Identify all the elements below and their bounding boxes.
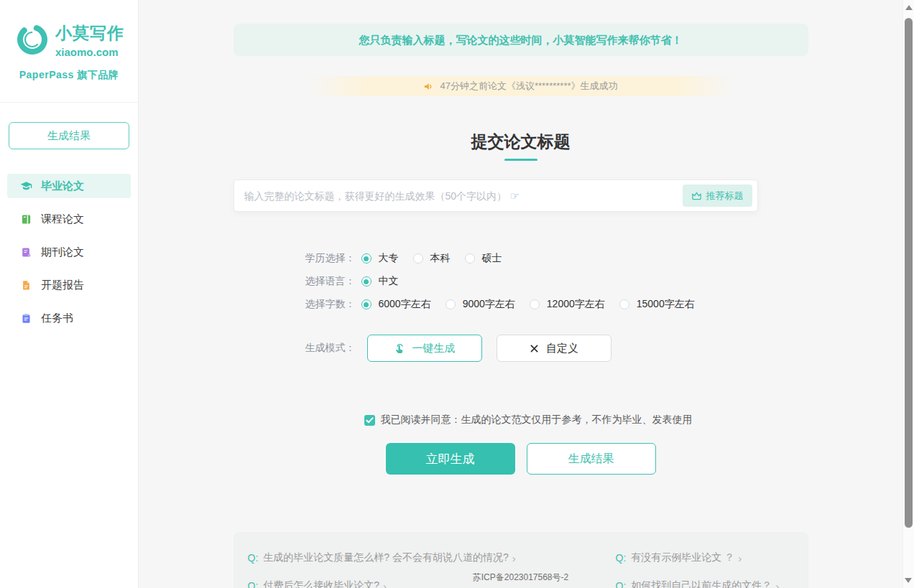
- brand-logo-icon: [14, 19, 51, 62]
- task-clipboard-icon: [20, 312, 32, 325]
- radio-icon[interactable]: [361, 253, 371, 263]
- chevron-right-icon: ›: [738, 552, 742, 564]
- title-input-wrap: ☞ 推荐标题: [234, 179, 758, 212]
- brand-domain: xiaomo.com: [55, 46, 124, 58]
- agreement-text: 我已阅读并同意：生成的论文范文仅用于参考，不作为毕业、发表使用: [381, 414, 693, 426]
- notice-text: 47分钟之前论文《浅议**********》生成成功: [440, 80, 617, 93]
- promo-banner: 您只负责输入标题，写论文的这些时间，小莫智能写作来帮你节省！: [234, 24, 808, 56]
- logo-block: 小莫写作 xiaomo.com PaperPass 旗下品牌: [0, 0, 138, 103]
- pointing-hand-icon: ☞: [510, 190, 520, 202]
- agreement-checkbox[interactable]: [364, 415, 375, 426]
- word-count-label: 选择字数：: [305, 298, 361, 311]
- sidebar-item-graduation-paper[interactable]: 毕业论文: [7, 174, 131, 198]
- faq-item-quality[interactable]: Q: 生成的毕业论文质量怎么样? 会不会有胡说八道的情况? ›: [248, 551, 616, 564]
- chevron-right-icon: ›: [512, 552, 516, 564]
- title-input[interactable]: [244, 190, 683, 202]
- scroll-down-arrow[interactable]: [905, 578, 912, 583]
- language-row: 选择语言： 中文: [305, 270, 808, 293]
- radio-option-12000[interactable]: 12000字左右: [530, 298, 605, 311]
- main-area: 您只负责输入标题，写论文的这些时间，小莫智能写作来帮你节省！ 47分钟之前论文《…: [139, 0, 903, 588]
- action-buttons: 立即生成 生成结果: [234, 443, 808, 475]
- icp-footer: 苏ICP备2023017568号-2: [139, 571, 903, 584]
- sidebar-item-course-paper[interactable]: 课程论文: [7, 207, 131, 231]
- sidebar-item-label: 毕业论文: [41, 179, 84, 193]
- sidebar-results-button[interactable]: 生成结果: [9, 122, 129, 149]
- language-label: 选择语言：: [305, 275, 361, 288]
- recommend-title-button[interactable]: 推荐标题: [683, 185, 752, 207]
- one-click-generate-button[interactable]: 一键生成: [367, 335, 482, 362]
- sidebar-item-proposal-report[interactable]: 开题报告: [7, 273, 131, 297]
- sidebar-item-journal-paper[interactable]: 期刊论文: [7, 240, 131, 264]
- generation-results-button[interactable]: 生成结果: [527, 443, 656, 475]
- journal-icon: [20, 246, 32, 258]
- scrollbar-thumb[interactable]: [905, 18, 913, 528]
- page-title: 提交论文标题: [234, 131, 808, 153]
- education-row: 学历选择： 大专 本科 硕士: [305, 247, 808, 270]
- radio-option-chinese[interactable]: 中文: [361, 275, 399, 288]
- radio-icon[interactable]: [446, 299, 456, 309]
- radio-option-9000[interactable]: 9000字左右: [446, 298, 515, 311]
- app-window: 小莫写作 xiaomo.com PaperPass 旗下品牌 生成结果 毕业论文…: [0, 0, 914, 588]
- mode-row: 生成模式： 一键生成 自定义: [305, 335, 808, 362]
- sidebar-item-label: 课程论文: [41, 213, 84, 226]
- word-count-row: 选择字数： 6000字左右 9000字左右 12000字左右 15000字左右: [305, 293, 808, 316]
- generate-now-button[interactable]: 立即生成: [386, 443, 515, 475]
- proposal-report-icon: [20, 279, 32, 291]
- radio-icon[interactable]: [530, 299, 540, 309]
- recommend-title-label: 推荐标题: [706, 190, 744, 202]
- agreement-row: 我已阅读并同意：生成的论文范文仅用于参考，不作为毕业、发表使用: [364, 414, 808, 426]
- mode-label: 生成模式：: [305, 342, 361, 355]
- brand-tagline: PaperPass 旗下品牌: [0, 69, 138, 82]
- radio-icon[interactable]: [361, 299, 371, 309]
- radio-option-15000[interactable]: 15000字左右: [619, 298, 695, 311]
- radio-icon[interactable]: [465, 253, 475, 263]
- custom-mode-button[interactable]: 自定义: [497, 335, 611, 362]
- radio-icon[interactable]: [361, 276, 371, 286]
- radio-option-6000[interactable]: 6000字左右: [361, 298, 431, 311]
- radio-option-dazhuan[interactable]: 大专: [361, 252, 399, 265]
- education-label: 学历选择：: [305, 252, 361, 265]
- brand-name: 小莫写作: [55, 22, 124, 45]
- graduation-cap-icon: [20, 180, 32, 192]
- sidebar-item-label: 期刊论文: [41, 246, 84, 259]
- radio-icon[interactable]: [619, 299, 629, 309]
- notice-marquee: 47分钟之前论文《浅议**********》生成成功: [305, 76, 737, 96]
- radio-icon[interactable]: [413, 253, 423, 263]
- scroll-up-arrow[interactable]: [905, 5, 913, 10]
- sidebar: 小莫写作 xiaomo.com PaperPass 旗下品牌 生成结果 毕业论文…: [0, 0, 139, 588]
- title-underline: [504, 159, 537, 161]
- form-options: 学历选择： 大专 本科 硕士 选择语言： 中文 选择字数： 6000字左右 90…: [305, 247, 808, 316]
- custom-mode-label: 自定义: [546, 342, 578, 355]
- radio-option-shuoshi[interactable]: 硕士: [465, 252, 502, 265]
- one-click-generate-label: 一键生成: [412, 342, 456, 355]
- tap-icon: [394, 342, 406, 355]
- sidebar-menu: 毕业论文 课程论文 期刊论文 开题报告: [0, 174, 138, 330]
- sidebar-item-label: 任务书: [41, 312, 73, 325]
- tools-icon: [529, 343, 540, 354]
- sidebar-item-label: 开题报告: [41, 279, 84, 292]
- radio-option-benke[interactable]: 本科: [413, 252, 451, 265]
- crown-icon: [691, 191, 702, 201]
- course-book-icon: [20, 213, 32, 225]
- faq-item-sample[interactable]: Q: 有没有示例毕业论文 ？ ›: [616, 551, 794, 564]
- scrollbar[interactable]: [903, 0, 914, 588]
- speaker-icon: [423, 81, 434, 92]
- sidebar-item-task-book[interactable]: 任务书: [7, 306, 131, 330]
